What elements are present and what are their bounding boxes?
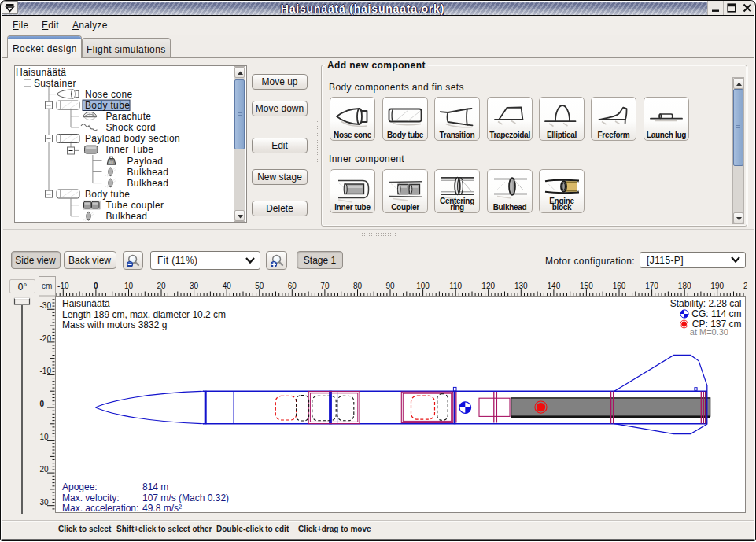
svg-text:90: 90 [385,282,395,290]
svg-text:Stability: 2.28 cal: Stability: 2.28 cal [670,298,742,309]
svg-text:-30: -30 [40,301,52,310]
svg-text:814 m: 814 m [142,481,168,492]
svg-text:Haisunäätä: Haisunäätä [62,298,110,309]
svg-text:Payload body section: Payload body section [85,133,180,144]
svg-text:160: 160 [613,282,626,290]
svg-text:130: 130 [514,282,528,290]
svg-text:20: 20 [40,465,50,474]
svg-text:kg: kg [109,160,113,164]
svg-text:30: 30 [190,282,199,290]
svg-text:Bulkhead: Bulkhead [106,211,148,222]
svg-text:50: 50 [255,282,264,290]
svg-text:120: 120 [481,282,495,290]
svg-text:200: 200 [743,282,747,290]
svg-text:150: 150 [580,282,593,290]
svg-text:Nose cone: Nose cone [85,89,133,100]
svg-text:49.8 m/s²: 49.8 m/s² [142,503,182,514]
svg-text:107 m/s (Mach 0.32): 107 m/s (Mach 0.32) [142,492,229,503]
svg-text:CG: 114 cm: CG: 114 cm [691,308,741,319]
svg-text:-10: -10 [57,282,69,290]
svg-text:10: 10 [124,282,134,290]
svg-text:Max. acceleration:: Max. acceleration: [62,503,138,514]
svg-text:Haisunäätä: Haisunäätä [16,67,66,78]
svg-text:170: 170 [645,282,658,290]
svg-text:0: 0 [40,400,45,408]
svg-text:10: 10 [40,433,50,441]
svg-text:0: 0 [94,282,98,290]
svg-text:Tube coupler: Tube coupler [106,200,164,211]
svg-text:30: 30 [40,498,50,507]
svg-text:70: 70 [320,282,330,290]
svg-text:Inner Tube: Inner Tube [106,144,154,155]
svg-text:110: 110 [449,282,462,290]
svg-text:Max. velocity:: Max. velocity: [62,492,120,503]
svg-text:Bulkhead: Bulkhead [127,178,169,189]
svg-text:180: 180 [678,282,691,290]
svg-text:-10: -10 [40,367,52,375]
svg-text:-20: -20 [40,334,52,343]
svg-text:Payload: Payload [127,156,164,167]
svg-text:80: 80 [353,282,363,290]
svg-text:Length 189 cm, max. diameter 1: Length 189 cm, max. diameter 10.2 cm [62,309,226,320]
svg-text:cm: cm [42,282,52,290]
svg-text:Apogee:: Apogee: [62,481,98,492]
svg-text:190: 190 [710,282,724,290]
svg-text:Body tube: Body tube [85,100,130,111]
svg-text:at M=0.30: at M=0.30 [690,327,728,337]
svg-text:Mass with motors 3832 g: Mass with motors 3832 g [62,319,167,330]
svg-text:Shock cord: Shock cord [106,122,157,133]
svg-text:40: 40 [223,282,232,290]
svg-text:20: 20 [157,282,166,290]
svg-text:60: 60 [288,282,297,290]
svg-text:140: 140 [548,282,561,290]
svg-text:Parachute: Parachute [106,111,152,122]
svg-text:100: 100 [416,282,430,290]
svg-text:Body tube: Body tube [85,189,130,200]
svg-text:Bulkhead: Bulkhead [127,167,169,178]
svg-text:Sustainer: Sustainer [34,78,76,89]
